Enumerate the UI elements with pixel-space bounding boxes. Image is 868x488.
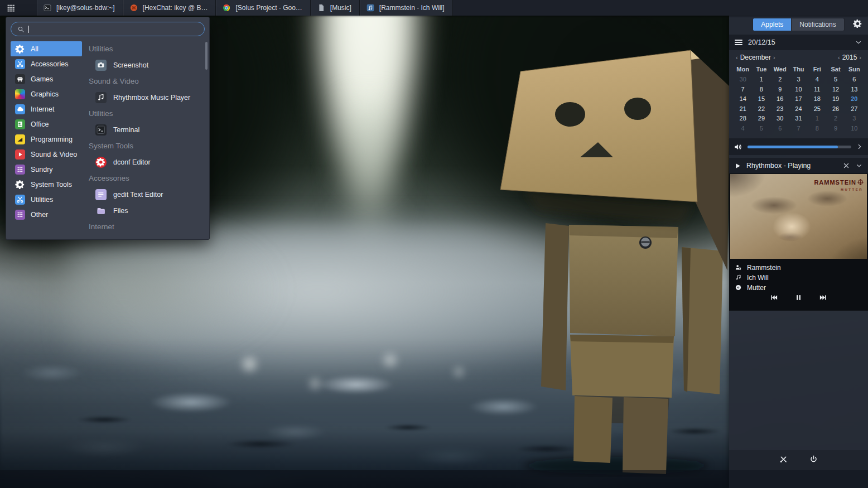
calendar-day[interactable]: 28 — [734, 114, 752, 124]
calendar-day[interactable]: 7 — [734, 85, 752, 95]
taskbar-item[interactable]: [HexChat: ikey @ B… — [123, 0, 216, 16]
tab-notifications[interactable]: Notifications — [792, 18, 844, 31]
pause-button[interactable] — [793, 293, 805, 303]
previous-button[interactable] — [768, 293, 780, 303]
app-item-files[interactable]: Files — [86, 202, 202, 219]
calendar-day[interactable]: 23 — [771, 104, 789, 114]
calendar-day[interactable]: 7 — [789, 124, 808, 134]
calendar-day[interactable]: 3 — [845, 114, 864, 124]
calendar-day[interactable]: 10 — [845, 124, 864, 134]
day-header: Thu — [789, 66, 808, 73]
category-item-programming[interactable]: Programming — [11, 132, 82, 147]
calendar-day[interactable]: 20 — [845, 94, 864, 104]
prev-month-button[interactable]: ‹ — [734, 54, 740, 61]
category-item-accessories[interactable]: Accessories — [11, 56, 82, 71]
power-button[interactable] — [807, 453, 821, 467]
category-label: Utilities — [31, 196, 53, 204]
close-icon[interactable] — [842, 162, 850, 170]
calendar-day[interactable]: 26 — [826, 104, 845, 114]
category-item-internet[interactable]: Internet — [11, 102, 82, 117]
calendar-day[interactable]: 1 — [752, 75, 770, 85]
all-icon — [15, 44, 25, 54]
raven-sidebar: Applets Notifications 20/12/15 ‹ Decembe… — [729, 16, 868, 488]
menu-scrollbar[interactable] — [205, 42, 208, 70]
prev-year-button[interactable]: ‹ — [836, 54, 842, 61]
calendar-day[interactable]: 5 — [752, 124, 770, 134]
settings-tools-button[interactable] — [777, 453, 790, 467]
day-header: Sun — [845, 66, 864, 73]
calendar-day[interactable]: 31 — [789, 114, 808, 124]
calendar-day[interactable]: 5 — [826, 75, 845, 85]
app-item-dconf-editor[interactable]: dconf Editor — [86, 154, 202, 170]
chevron-down-icon[interactable] — [855, 162, 863, 170]
calendar-day[interactable]: 6 — [771, 124, 789, 134]
calendar-day[interactable]: 30 — [771, 114, 789, 124]
calendar-day[interactable]: 4 — [808, 75, 826, 85]
player-expander[interactable]: Rhythmbox - Playing — [729, 158, 868, 173]
calendar-day[interactable]: 29 — [752, 114, 770, 124]
calendar-day[interactable]: 21 — [734, 104, 752, 114]
calendar-day[interactable]: 4 — [734, 124, 752, 134]
menu-button[interactable] — [0, 0, 21, 16]
calendar-day[interactable]: 1 — [808, 114, 826, 124]
calendar-day[interactable]: 27 — [845, 104, 864, 114]
category-item-sundry[interactable]: Sundry — [11, 162, 82, 177]
tab-applets[interactable]: Applets — [753, 18, 792, 31]
previous-icon — [770, 293, 778, 303]
taskbar-item[interactable]: [Solus Project - Goo… — [216, 0, 310, 16]
next-year-button[interactable]: › — [857, 54, 864, 61]
other-icon — [15, 210, 25, 220]
category-item-all[interactable]: All — [11, 41, 82, 56]
app-item-label: dconf Editor — [113, 158, 151, 166]
taskbar-item[interactable]: [Rammstein - Ich Will] — [360, 0, 453, 16]
calendar-day[interactable]: 10 — [789, 85, 808, 95]
calendar-day[interactable]: 22 — [752, 104, 770, 114]
category-item-other[interactable]: Other — [11, 207, 82, 222]
category-item-sound-video[interactable]: Sound & Video — [11, 147, 82, 162]
next-button[interactable] — [817, 293, 830, 303]
calendar-expander[interactable]: 20/12/15 — [729, 35, 868, 50]
calendar-day[interactable]: 17 — [789, 94, 808, 104]
calendar-day[interactable]: 13 — [845, 85, 864, 95]
category-item-graphics[interactable]: Graphics — [11, 86, 82, 102]
chevron-down-icon[interactable] — [855, 38, 862, 46]
calendar-day[interactable]: 2 — [826, 114, 845, 124]
calendar-day[interactable]: 24 — [789, 104, 808, 114]
category-label: Internet — [31, 105, 54, 113]
calendar-day[interactable]: 8 — [752, 85, 770, 95]
chevron-right-icon[interactable] — [856, 143, 864, 151]
category-item-utilities[interactable]: Utilities — [11, 192, 82, 207]
taskbar-item[interactable]: [Music] — [311, 0, 360, 16]
calendar-day[interactable]: 18 — [808, 94, 826, 104]
volume-slider[interactable] — [748, 146, 851, 148]
calendar-day[interactable]: 6 — [845, 75, 864, 85]
calendar-day[interactable]: 8 — [808, 124, 826, 134]
category-item-games[interactable]: Games — [11, 71, 82, 86]
calendar-day[interactable]: 9 — [771, 85, 789, 95]
raven-settings-button[interactable] — [850, 18, 865, 31]
search-input[interactable] — [32, 25, 199, 33]
category-item-system-tools[interactable]: System Tools — [11, 177, 82, 192]
calendar-day[interactable]: 9 — [826, 124, 845, 134]
calendar-day[interactable]: 15 — [752, 94, 770, 104]
task-list: [ikey@solus-bdw:~][HexChat: ikey @ B…[So… — [37, 0, 453, 16]
app-item-terminal[interactable]: Terminal — [86, 122, 202, 138]
calendar-day[interactable]: 11 — [808, 85, 826, 95]
app-item-gedit-text-editor[interactable]: gedit Text Editor — [86, 186, 202, 202]
calendar-day[interactable]: 2 — [771, 75, 789, 85]
calendar-day[interactable]: 12 — [826, 85, 845, 95]
calendar-day[interactable]: 30 — [734, 75, 752, 85]
calendar-day[interactable]: 3 — [789, 75, 808, 85]
gedit-icon — [95, 189, 107, 200]
calendar-day[interactable]: 16 — [771, 94, 789, 104]
app-item-rhythmbox-music-player[interactable]: Rhythmbox Music Player — [86, 89, 202, 105]
taskbar-item[interactable]: [ikey@solus-bdw:~] — [37, 0, 123, 16]
category-item-office[interactable]: Office — [11, 117, 82, 132]
calendar-day[interactable]: 14 — [734, 94, 752, 104]
app-item-screenshot[interactable]: Screenshot — [86, 57, 202, 73]
app-list: UtilitiesScreenshotSound & VideoRhythmbo… — [84, 38, 209, 235]
player-header-label: Rhythmbox - Playing — [746, 162, 837, 170]
next-month-button[interactable]: › — [771, 54, 778, 61]
calendar-day[interactable]: 25 — [808, 104, 826, 114]
calendar-day[interactable]: 19 — [826, 94, 845, 104]
